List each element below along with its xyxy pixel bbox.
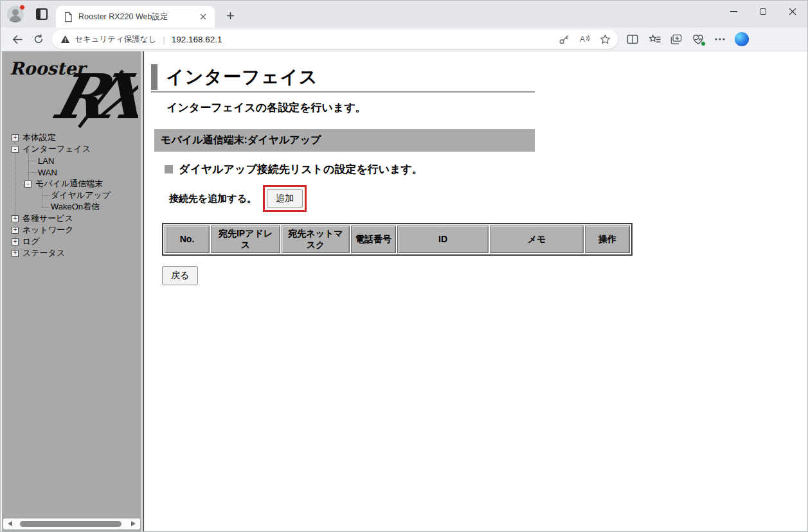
scroll-left-arrow-icon[interactable] (8, 521, 12, 526)
password-button[interactable] (553, 30, 574, 48)
browser-essentials-button[interactable] (687, 30, 709, 49)
maximize-button[interactable] (748, 1, 778, 22)
column-header-phone: 電話番号 (351, 226, 396, 253)
dialup-destination-table: No. 宛先IPアドレス 宛先ネットマスク 電話番号 ID メモ 操作 (162, 223, 633, 256)
tree-row: + ネットワーク (2, 224, 141, 236)
page-subtitle: インターフェイスの各設定を行います。 (166, 100, 807, 115)
tree-row: + ステータス (2, 247, 141, 259)
column-header-dest-ip: 宛先IPアドレス (211, 226, 280, 253)
column-header-netmask: 宛先ネットマスク (282, 226, 350, 253)
tree-toggle-expand-icon[interactable]: + (12, 215, 19, 222)
refresh-button[interactable] (28, 30, 49, 49)
tree-row: + ログ (2, 236, 141, 247)
back-button-form[interactable]: 戻る (162, 266, 198, 285)
copilot-button[interactable] (731, 30, 753, 49)
essentials-status-dot (701, 41, 706, 46)
workspaces-icon[interactable] (36, 8, 48, 20)
navigation-sidebar: Rooster RX + 本体設定 - (1, 51, 141, 531)
tab-rooster-rx220[interactable]: Rooster RX220 Web設定 (56, 6, 215, 28)
refresh-icon (33, 34, 44, 44)
table-header-row: No. 宛先IPアドレス 宛先ネットマスク 電話番号 ID メモ 操作 (165, 226, 630, 253)
new-tab-icon[interactable] (222, 8, 238, 23)
sidebar-item-dialup[interactable]: ダイヤルアップ (51, 190, 111, 201)
sidebar-horizontal-scrollbar[interactable] (3, 519, 140, 529)
highlight-annotation: 追加 (263, 185, 307, 212)
square-bullet-icon (165, 165, 173, 173)
favorites-list-button[interactable] (643, 30, 665, 49)
tree-row: ダイヤルアップ (2, 190, 141, 201)
sidebar-item-mobile-terminal[interactable]: モバイル通信端末 (35, 178, 103, 190)
close-icon (789, 8, 796, 15)
tree-toggle-collapse-icon[interactable]: - (12, 146, 19, 153)
scrollbar-thumb[interactable] (20, 521, 121, 527)
titlebar: Rooster RX220 Web設定 (1, 1, 807, 28)
title-accent-bar (151, 64, 157, 90)
tree-row: - インターフェイス (2, 143, 141, 155)
page-icon (64, 12, 73, 22)
address-bar[interactable]: セキュリティ保護なし | 192.168.62.1 A (52, 30, 618, 49)
page-content: Rooster RX + 本体設定 - (1, 51, 807, 531)
minimize-icon (730, 11, 737, 12)
sidebar-item-services[interactable]: 各種サービス (22, 213, 73, 224)
tree-toggle-expand-icon[interactable]: + (12, 134, 19, 141)
favorite-button[interactable] (595, 30, 615, 48)
column-header-id: ID (397, 226, 489, 253)
tree-toggle-expand-icon[interactable]: + (12, 227, 19, 234)
tree-row: + 各種サービス (2, 213, 141, 224)
copilot-icon (735, 32, 749, 46)
browser-toolbar: セキュリティ保護なし | 192.168.62.1 A (1, 28, 807, 51)
column-header-memo: メモ (490, 226, 584, 253)
tree-row: WakeOn着信 (2, 201, 141, 213)
add-button[interactable]: 追加 (267, 189, 303, 208)
sidebar-item-network[interactable]: ネットワーク (22, 224, 74, 236)
tree-row: WAN (2, 166, 141, 178)
collections-button[interactable] (665, 30, 687, 49)
tab-title: Rooster RX220 Web設定 (78, 12, 197, 22)
key-icon (559, 34, 570, 45)
rooster-rx-logo: Rooster RX (2, 51, 138, 130)
minimize-button[interactable] (719, 1, 748, 22)
notification-dot (19, 4, 25, 10)
back-button[interactable] (6, 30, 28, 49)
read-aloud-icon: A (579, 34, 591, 44)
main-frame: インターフェイス インターフェイスの各設定を行います。 モバイル通信端末:ダイヤ… (145, 51, 807, 531)
read-aloud-button[interactable]: A (574, 30, 595, 48)
toolbar-right-icons (622, 30, 753, 49)
scroll-right-arrow-icon[interactable] (131, 521, 136, 526)
close-button[interactable] (778, 1, 807, 22)
column-header-actions: 操作 (585, 226, 630, 253)
navigation-tree: + 本体設定 - インターフェイス LAN WAN - モバイル通信端末 (2, 132, 141, 259)
sidebar-item-interface[interactable]: インターフェイス (22, 143, 91, 155)
tab-close-icon[interactable] (197, 10, 210, 23)
settings-more-button[interactable] (709, 30, 731, 49)
section-header: モバイル通信端末:ダイヤルアップ (154, 129, 535, 152)
security-status-label[interactable]: セキュリティ保護なし (75, 34, 156, 45)
svg-text:A: A (579, 35, 585, 44)
star-icon (600, 34, 611, 45)
url-text[interactable]: 192.168.62.1 (172, 35, 222, 44)
favorites-list-icon (649, 34, 661, 45)
back-icon (12, 35, 22, 44)
tree-toggle-collapse-icon[interactable]: - (24, 181, 31, 188)
title-underline (151, 91, 535, 93)
tree-row: LAN (2, 155, 141, 166)
profile-avatar[interactable] (7, 6, 24, 23)
sidebar-item-main-settings[interactable]: 本体設定 (22, 132, 56, 143)
sidebar-item-lan[interactable]: LAN (38, 156, 54, 166)
sidebar-item-log[interactable]: ログ (22, 236, 40, 247)
tree-toggle-expand-icon[interactable]: + (12, 250, 19, 257)
collections-icon (670, 34, 682, 45)
tree-row: - モバイル通信端末 (2, 178, 141, 190)
browser-window: Rooster RX220 Web設定 セキュリティ保護 (0, 0, 808, 532)
tree-toggle-expand-icon[interactable]: + (12, 238, 19, 245)
column-header-no: No. (165, 226, 210, 253)
address-divider: | (163, 35, 165, 44)
tree-row: + 本体設定 (2, 132, 141, 143)
split-screen-button[interactable] (622, 30, 643, 49)
split-screen-icon (627, 34, 638, 44)
sidebar-item-status[interactable]: ステータス (22, 247, 65, 259)
window-controls (719, 1, 807, 22)
section-description: ダイヤルアップ接続先リストの設定を行います。 (179, 162, 423, 177)
sidebar-item-wan[interactable]: WAN (38, 168, 57, 177)
sidebar-item-wakeon[interactable]: WakeOn着信 (51, 201, 100, 213)
